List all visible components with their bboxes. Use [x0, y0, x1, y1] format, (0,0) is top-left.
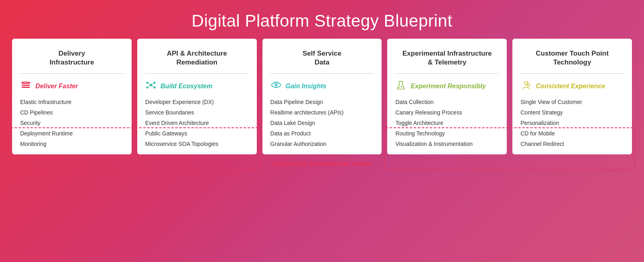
- list-item: Microservice SOA Topologies: [145, 141, 249, 147]
- list-item: Single View of Customer: [520, 99, 624, 105]
- card-divider-customer: [520, 73, 624, 74]
- list-item: Data as Product: [270, 130, 374, 137]
- card-title-experimental: Experimental Infrastructure& Telemetry: [395, 48, 499, 69]
- svg-rect-1: [22, 85, 30, 86]
- goal-icon-experimental: [395, 79, 407, 93]
- svg-line-16: [274, 82, 275, 83]
- card-items-experimental: Data CollectionCanary Releasing ProcessT…: [395, 99, 499, 147]
- card-goal-customer: Consistent Experience: [520, 79, 624, 93]
- footer-label: Engineering Organizational Design: [0, 154, 644, 167]
- card-title-customer: Customer Touch PointTechnology: [520, 48, 624, 69]
- list-item: Public Gateways: [145, 130, 249, 137]
- card-title-delivery: DeliveryInfrastructure: [20, 48, 124, 69]
- card-api: API & ArchitectureRemediation Build Ecos…: [137, 39, 257, 154]
- svg-rect-2: [22, 87, 30, 88]
- list-item: Deployment Runtime: [20, 130, 124, 137]
- list-item: Monitoring: [20, 141, 124, 147]
- goal-icon-api: [145, 79, 157, 93]
- list-item: CD for Mobile: [520, 130, 624, 137]
- svg-line-11: [152, 86, 154, 87]
- svg-point-19: [399, 87, 400, 88]
- goal-label-selfservice: Gain Insights: [286, 83, 326, 90]
- page-title: Digital Platform Strategy Blueprint: [0, 0, 644, 39]
- svg-point-21: [524, 81, 528, 85]
- svg-line-17: [278, 82, 279, 83]
- card-items-customer: Single View of CustomerContent StrategyP…: [520, 99, 624, 147]
- goal-label-experimental: Experiment Responsibly: [411, 83, 486, 90]
- list-item: Personalization: [520, 120, 624, 126]
- svg-point-7: [153, 87, 155, 89]
- card-title-selfservice: Self ServiceData: [270, 48, 374, 69]
- list-item: Data Lake Design: [270, 120, 374, 126]
- card-experimental: Experimental Infrastructure& Telemetry E…: [387, 39, 507, 154]
- card-goal-selfservice: Gain Insights: [270, 79, 374, 93]
- list-item: Toggle Architecture: [395, 120, 499, 126]
- goal-label-delivery: Deliver Faster: [35, 83, 78, 90]
- cards-area: DeliveryInfrastructure Deliver Faster El…: [0, 39, 644, 154]
- list-item: Data Collection: [395, 99, 499, 105]
- list-item: CD Pipelines: [20, 109, 124, 116]
- card-items-delivery: Elastic InfrastructureCD PipelinesSecuri…: [20, 99, 124, 147]
- card-goal-delivery: Deliver Faster: [20, 79, 124, 93]
- svg-line-8: [148, 83, 150, 85]
- list-item: Content Strategy: [520, 109, 624, 116]
- card-items-api: Developer Experience (DX)Service Boundar…: [145, 99, 249, 147]
- svg-line-9: [152, 83, 154, 85]
- svg-point-3: [150, 84, 152, 86]
- list-item: Data Pipeline Design: [270, 99, 374, 105]
- list-item: Granular Authorization: [270, 141, 374, 147]
- list-item: Visualization & Instrumentation: [395, 141, 499, 147]
- list-item: Routing Technology: [395, 130, 499, 137]
- card-items-selfservice: Data Pipeline DesignRealtime architectur…: [270, 99, 374, 147]
- card-customer: Customer Touch PointTechnology Consisten…: [512, 39, 632, 154]
- svg-rect-0: [22, 83, 30, 84]
- card-divider-delivery: [20, 73, 124, 74]
- list-item: Event Driven Architecture: [145, 120, 249, 126]
- card-selfservice: Self ServiceData Gain Insights Data Pipe…: [262, 39, 382, 154]
- svg-point-20: [401, 86, 402, 87]
- svg-point-22: [527, 84, 530, 86]
- list-item: Elastic Infrastructure: [20, 99, 124, 105]
- card-title-api: API & ArchitectureRemediation: [145, 48, 249, 69]
- card-delivery: DeliveryInfrastructure Deliver Faster El…: [12, 39, 132, 154]
- card-divider-experimental: [395, 73, 499, 74]
- list-item: Channel Redirect: [520, 141, 624, 147]
- goal-icon-customer: [520, 79, 532, 93]
- list-item: Realtime architectures (APIs): [270, 109, 374, 116]
- list-item: Security: [20, 120, 124, 126]
- goal-icon-selfservice: [270, 79, 282, 93]
- card-divider-selfservice: [270, 73, 374, 74]
- list-item: Developer Experience (DX): [145, 99, 249, 105]
- svg-point-14: [275, 85, 277, 86]
- goal-label-api: Build Ecosystem: [161, 83, 213, 90]
- svg-point-5: [153, 82, 155, 84]
- svg-line-10: [148, 86, 150, 87]
- goal-label-customer: Consistent Experience: [536, 83, 605, 90]
- card-goal-experimental: Experiment Responsibly: [395, 79, 499, 93]
- list-item: Canary Releasing Process: [395, 109, 499, 116]
- svg-point-4: [146, 82, 148, 84]
- card-divider-api: [145, 73, 249, 74]
- svg-point-6: [146, 87, 148, 89]
- goal-icon-delivery: [20, 79, 31, 93]
- list-item: Service Boundaries: [145, 109, 249, 116]
- card-goal-api: Build Ecosystem: [145, 79, 249, 93]
